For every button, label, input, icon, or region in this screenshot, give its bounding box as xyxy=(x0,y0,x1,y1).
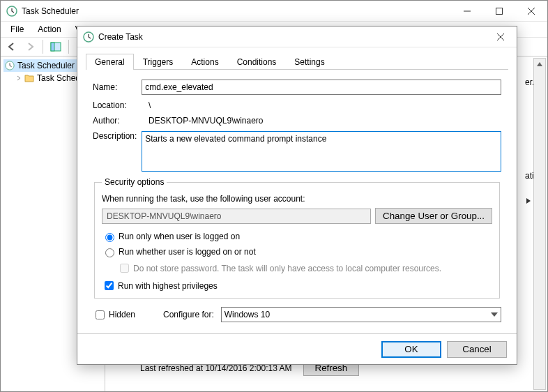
clock-icon xyxy=(6,6,17,17)
configure-for-select[interactable]: Windows 10 xyxy=(221,307,501,322)
name-input[interactable] xyxy=(142,80,501,95)
show-hide-pane-button[interactable] xyxy=(47,38,64,55)
description-label: Description: xyxy=(93,131,142,141)
chevron-down-icon xyxy=(491,312,498,317)
run-logged-on-radio[interactable] xyxy=(105,233,114,242)
highest-privileges-checkbox[interactable] xyxy=(105,281,114,290)
location-value: \ xyxy=(149,100,151,110)
name-label: Name: xyxy=(93,82,142,92)
do-not-store-password-checkbox xyxy=(120,264,129,273)
tab-conditions[interactable]: Conditions xyxy=(228,54,286,70)
run-whether-radio[interactable] xyxy=(105,248,114,257)
ok-button[interactable]: OK xyxy=(381,341,441,358)
minimize-button[interactable] xyxy=(451,1,483,22)
dialog-close-button[interactable] xyxy=(485,27,517,47)
svg-rect-1 xyxy=(496,8,503,14)
when-running-text: When running the task, use the following… xyxy=(102,194,492,204)
author-value: DESKTOP-MNVUQL9\winaero xyxy=(149,116,264,126)
cancel-button[interactable]: Cancel xyxy=(447,341,507,358)
maximize-button[interactable] xyxy=(483,1,515,22)
tab-actions[interactable]: Actions xyxy=(182,54,227,70)
clock-icon xyxy=(83,31,94,43)
hidden-checkbox[interactable] xyxy=(96,310,105,319)
dialog-title: Create Task xyxy=(98,32,485,42)
do-not-store-label: Do not store password. The task will onl… xyxy=(133,264,441,273)
tab-strip: General Triggers Actions Conditions Sett… xyxy=(86,53,508,70)
back-button[interactable] xyxy=(3,38,20,55)
toolbar-separator xyxy=(68,40,69,54)
menu-file[interactable]: File xyxy=(5,23,29,36)
highest-privileges-label: Run with highest privileges xyxy=(118,281,218,291)
close-button[interactable] xyxy=(515,1,547,22)
general-panel: Name: Location: \ Author: DESKTOP-MNVUQL… xyxy=(86,70,508,333)
folder-icon xyxy=(24,74,34,82)
scrollbar[interactable] xyxy=(533,58,546,390)
menu-action[interactable]: Action xyxy=(32,23,66,36)
tab-general[interactable]: General xyxy=(86,54,134,70)
tab-triggers[interactable]: Triggers xyxy=(134,54,183,70)
create-task-dialog: Create Task General Triggers Actions Con… xyxy=(77,26,517,365)
configure-for-value: Windows 10 xyxy=(224,310,270,319)
svg-rect-3 xyxy=(51,43,54,51)
location-label: Location: xyxy=(93,100,149,110)
dialog-titlebar[interactable]: Create Task xyxy=(77,27,517,47)
forward-button[interactable] xyxy=(22,38,38,55)
account-display: DESKTOP-MNVUQL9\winaero xyxy=(102,209,371,224)
security-options-group: Security options When running the task, … xyxy=(94,177,500,299)
scroll-up-icon[interactable] xyxy=(534,59,545,70)
configure-for-label: Configure for: xyxy=(163,310,214,319)
tree-child-label: Task Sched xyxy=(37,73,80,83)
hidden-label: Hidden xyxy=(109,310,135,319)
description-textarea[interactable] xyxy=(142,131,501,172)
tab-settings[interactable]: Settings xyxy=(285,54,333,70)
change-user-button[interactable]: Change User or Group... xyxy=(375,208,492,224)
run-logged-on-label: Run only when user is logged on xyxy=(119,232,240,241)
clock-icon xyxy=(5,61,15,70)
security-legend: Security options xyxy=(102,177,167,187)
main-titlebar: Task Scheduler xyxy=(1,1,547,22)
toolbar-separator xyxy=(43,40,43,54)
run-whether-label: Run whether user is logged on or not xyxy=(119,247,256,257)
author-label: Author: xyxy=(93,116,149,126)
main-title: Task Scheduler xyxy=(22,6,451,16)
dialog-footer: OK Cancel xyxy=(77,333,517,364)
tree-root-label: Task Scheduler xyxy=(17,61,75,70)
chevron-right-icon xyxy=(16,75,22,81)
